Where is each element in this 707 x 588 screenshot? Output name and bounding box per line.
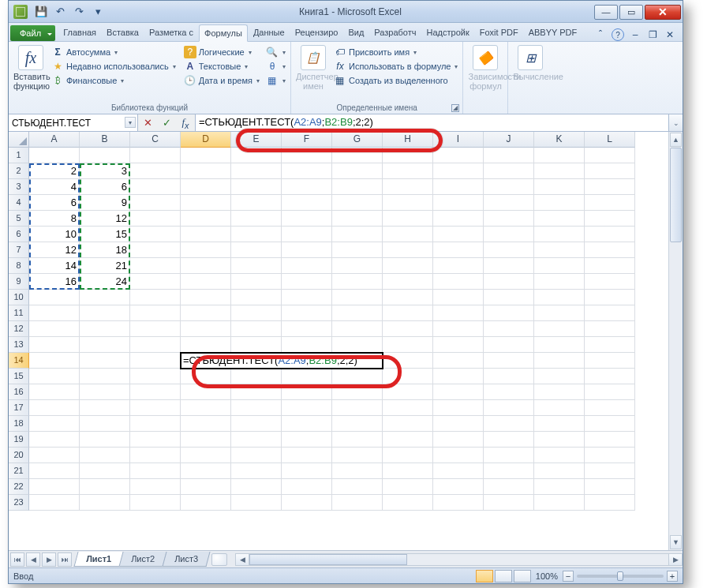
cell-G23[interactable] (332, 495, 383, 511)
cell-I19[interactable] (433, 432, 484, 448)
cell-H3[interactable] (383, 179, 433, 195)
cell-B22[interactable] (80, 479, 130, 495)
new-sheet-button[interactable] (211, 553, 227, 566)
ribbon-tab-4[interactable]: Данные (249, 24, 290, 41)
row-header-16[interactable]: 16 (9, 384, 29, 400)
cell-B2[interactable]: 3 (80, 163, 130, 179)
cell-H15[interactable] (383, 369, 433, 384)
names-dialog-launcher[interactable]: ◢ (451, 104, 459, 112)
cell-D8[interactable] (181, 258, 231, 274)
cell-K14[interactable] (534, 353, 585, 369)
row-header-1[interactable]: 1 (9, 148, 29, 163)
cell-C4[interactable] (130, 195, 181, 211)
cell-H18[interactable] (383, 416, 433, 432)
cell-I9[interactable] (433, 274, 484, 290)
cell-E9[interactable] (231, 274, 282, 290)
cell-A8[interactable]: 14 (29, 258, 80, 274)
row-header-6[interactable]: 6 (9, 227, 29, 242)
cell-B6[interactable]: 15 (80, 227, 130, 242)
cell-L16[interactable] (585, 384, 635, 400)
cell-I1[interactable] (433, 148, 484, 163)
scroll-right-button[interactable]: ▶ (668, 553, 683, 566)
cell-E10[interactable] (231, 290, 282, 305)
hscroll-thumb[interactable] (249, 554, 407, 565)
sheet-nav-prev[interactable]: ◀ (26, 552, 40, 567)
cell-B21[interactable] (80, 463, 130, 479)
cell-E21[interactable] (231, 463, 282, 479)
define-name-button[interactable]: 🏷Присвоить имя▾ (332, 45, 460, 59)
cell-L23[interactable] (585, 495, 635, 511)
cell-D22[interactable] (181, 479, 231, 495)
cell-B23[interactable] (80, 495, 130, 511)
cell-I7[interactable] (433, 242, 484, 258)
cell-G4[interactable] (332, 195, 383, 211)
cell-J21[interactable] (484, 463, 534, 479)
column-header-J[interactable]: J (484, 132, 534, 148)
cell-G22[interactable] (332, 479, 383, 495)
cell-L1[interactable] (585, 148, 635, 163)
row-header-22[interactable]: 22 (9, 479, 29, 495)
cell-J17[interactable] (484, 400, 534, 416)
cell-I13[interactable] (433, 337, 484, 353)
cell-E15[interactable] (231, 369, 282, 384)
row-header-2[interactable]: 2 (9, 163, 29, 179)
cell-C10[interactable] (130, 290, 181, 305)
select-all-corner[interactable] (9, 132, 29, 148)
cell-B20[interactable] (80, 448, 130, 463)
cell-K18[interactable] (534, 416, 585, 432)
qat-customize-button[interactable]: ▾ (89, 3, 107, 21)
cell-J18[interactable] (484, 416, 534, 432)
cell-A4[interactable]: 6 (29, 195, 80, 211)
row-header-23[interactable]: 23 (9, 495, 29, 511)
column-header-H[interactable]: H (383, 132, 433, 148)
cell-H23[interactable] (383, 495, 433, 511)
qat-undo-button[interactable]: ↶ (51, 3, 69, 21)
minimize-button[interactable]: — (594, 5, 618, 20)
cell-E11[interactable] (231, 305, 282, 321)
cell-B9[interactable]: 24 (80, 274, 130, 290)
file-tab[interactable]: Файл (10, 25, 55, 41)
cell-J10[interactable] (484, 290, 534, 305)
cell-J22[interactable] (484, 479, 534, 495)
cell-A14[interactable] (29, 353, 80, 369)
cell-D13[interactable] (181, 337, 231, 353)
cell-F7[interactable] (282, 242, 332, 258)
cell-A2[interactable]: 2 (29, 163, 80, 179)
scroll-left-button[interactable]: ◀ (235, 553, 249, 566)
column-header-E[interactable]: E (231, 132, 282, 148)
row-header-11[interactable]: 11 (9, 305, 29, 321)
row-header-15[interactable]: 15 (9, 369, 29, 384)
vscroll-thumb[interactable] (670, 148, 682, 242)
cell-H7[interactable] (383, 242, 433, 258)
cell-B14[interactable] (80, 353, 130, 369)
mdi-restore-icon[interactable]: ❐ (646, 28, 659, 41)
cell-I10[interactable] (433, 290, 484, 305)
cell-G17[interactable] (332, 400, 383, 416)
cell-F1[interactable] (282, 148, 332, 163)
cell-I4[interactable] (433, 195, 484, 211)
row-header-5[interactable]: 5 (9, 211, 29, 227)
row-header-3[interactable]: 3 (9, 179, 29, 195)
cell-J4[interactable] (484, 195, 534, 211)
column-header-A[interactable]: A (29, 132, 80, 148)
cell-F21[interactable] (282, 463, 332, 479)
cell-A18[interactable] (29, 416, 80, 432)
cell-F9[interactable] (282, 274, 332, 290)
cancel-formula-button[interactable]: ✕ (138, 117, 157, 129)
cell-A5[interactable]: 8 (29, 211, 80, 227)
expand-formula-bar-button[interactable]: ⌄ (668, 114, 683, 131)
row-header-7[interactable]: 7 (9, 242, 29, 258)
cell-A6[interactable]: 10 (29, 227, 80, 242)
cell-B3[interactable]: 6 (80, 179, 130, 195)
cell-K9[interactable] (534, 274, 585, 290)
mdi-close-icon[interactable]: ✕ (664, 28, 676, 41)
ribbon-tab-3[interactable]: Формулы (199, 24, 248, 42)
column-header-B[interactable]: B (80, 132, 130, 148)
cell-B18[interactable] (80, 416, 130, 432)
cell-B11[interactable] (80, 305, 130, 321)
cell-J3[interactable] (484, 179, 534, 195)
cell-I15[interactable] (433, 369, 484, 384)
cell-H12[interactable] (383, 321, 433, 337)
cell-A3[interactable]: 4 (29, 179, 80, 195)
cell-G6[interactable] (332, 227, 383, 242)
